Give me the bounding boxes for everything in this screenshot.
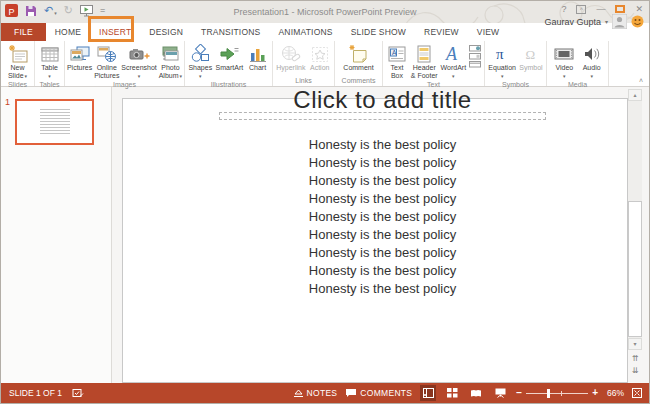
slideshow-view-button[interactable] <box>492 385 508 401</box>
shapes-button[interactable]: Shapes <box>188 43 212 80</box>
text-extra-buttons <box>469 43 481 68</box>
account-area[interactable]: Gaurav Gupta ▾ <box>544 14 644 29</box>
zoom-level[interactable]: 66% <box>606 388 624 398</box>
tab-review[interactable]: REVIEW <box>415 23 468 41</box>
slide-canvas[interactable]: Click to add title Honesty is the best p… <box>122 98 628 383</box>
slide-sorter-view-button[interactable] <box>444 385 460 401</box>
tab-file[interactable]: FILE <box>1 23 46 41</box>
online-pictures-icon <box>96 44 118 64</box>
scrollbar-thumb[interactable] <box>628 201 642 337</box>
hyperlink-icon <box>280 44 302 64</box>
comments-toggle[interactable]: COMMENTS <box>345 388 412 398</box>
table-icon <box>39 44 61 64</box>
previous-slide-button[interactable]: ⇈ <box>628 353 642 364</box>
header-footer-icon <box>413 44 435 64</box>
symbol-button[interactable]: Ω Symbol <box>519 43 542 72</box>
scroll-up-button[interactable]: ▴ <box>628 89 642 101</box>
pictures-button[interactable]: Pictures <box>67 43 92 72</box>
account-name: Gaurav Gupta <box>544 17 601 27</box>
tab-animations[interactable]: ANIMATIONS <box>269 23 341 41</box>
header-footer-button[interactable]: Header & Footer <box>411 43 438 80</box>
tab-slide-show[interactable]: SLIDE SHOW <box>342 23 415 41</box>
title-placeholder-box[interactable] <box>219 112 546 120</box>
svg-text:A: A <box>445 44 458 64</box>
notes-icon <box>293 389 304 398</box>
text-box-button[interactable]: A Text Box <box>386 43 408 80</box>
dropdown-arrow-icon <box>48 72 51 80</box>
tab-design[interactable]: DESIGN <box>140 23 192 41</box>
save-icon[interactable] <box>25 5 37 17</box>
chevron-down-icon: ▾ <box>54 10 57 16</box>
start-slideshow-icon[interactable] <box>80 5 93 17</box>
avatar <box>612 14 627 29</box>
reading-view-button[interactable] <box>468 385 484 401</box>
undo-button[interactable]: ↶▾ <box>44 5 57 16</box>
date-time-icon[interactable] <box>469 45 481 52</box>
slide-body-line: Honesty is the best policy <box>219 190 546 208</box>
online-pictures-button[interactable]: Online Pictures <box>94 43 119 80</box>
video-button[interactable]: Video <box>553 43 575 80</box>
tab-view[interactable]: VIEW <box>468 23 509 41</box>
wordart-button[interactable]: A WordArt <box>441 43 467 80</box>
wordart-icon: A <box>443 44 463 64</box>
equation-button[interactable]: π Equation <box>488 43 516 80</box>
smiley-icon[interactable] <box>631 15 644 28</box>
shapes-icon <box>189 44 211 64</box>
vertical-scrollbar: ▴ ▾ ⇈ ⇊ <box>628 89 642 377</box>
group-label-comments: Comments <box>335 76 382 86</box>
photo-album-icon <box>159 44 181 64</box>
redo-icon[interactable]: ↻ <box>64 5 73 16</box>
audio-button[interactable]: Audio <box>582 43 602 80</box>
collapse-ribbon-button[interactable]: ˄ <box>609 41 649 86</box>
zoom-slider-thumb[interactable] <box>547 389 550 398</box>
action-button[interactable]: Action <box>309 43 331 72</box>
tab-transitions[interactable]: TRANSITIONS <box>192 23 269 41</box>
action-icon <box>309 44 331 64</box>
zoom-slider-tick <box>561 391 562 396</box>
screenshot-icon <box>127 44 151 64</box>
zoom-slider-track <box>526 393 588 394</box>
scroll-down-button[interactable]: ▾ <box>628 338 642 350</box>
spell-check-icon[interactable] <box>72 388 84 399</box>
hyperlink-button[interactable]: Hyperlink <box>276 43 305 72</box>
group-label-symbols: Symbols <box>485 80 546 89</box>
object-icon[interactable] <box>469 61 481 68</box>
table-button[interactable]: Table <box>39 43 61 80</box>
zoom-in-icon[interactable]: + <box>592 388 598 398</box>
smartart-button[interactable]: SmartArt <box>216 43 244 72</box>
slide-body-line: Honesty is the best policy <box>219 280 546 298</box>
zoom-slider[interactable] <box>526 389 588 398</box>
comment-button[interactable]: Comment <box>343 43 373 72</box>
tab-insert[interactable]: INSERT <box>90 23 140 41</box>
ribbon-group-slides: New Slide Slides <box>1 41 35 86</box>
chart-button[interactable]: Chart <box>247 43 269 72</box>
help-icon[interactable]: ? <box>561 4 566 14</box>
minimize-icon[interactable]: — <box>596 4 605 14</box>
close-icon[interactable]: ✕ <box>635 4 643 14</box>
svg-text:Ω: Ω <box>525 47 535 62</box>
screenshot-button[interactable]: Screenshot <box>121 43 156 80</box>
ribbon-group-illustrations: Shapes SmartArt Chart Illustrations <box>185 41 273 86</box>
ribbon-group-links: Hyperlink Action Links <box>273 41 335 86</box>
fit-to-window-icon[interactable] <box>632 388 642 398</box>
new-slide-button[interactable]: New Slide <box>8 43 28 80</box>
dropdown-arrow-icon <box>180 72 183 80</box>
slide-body-lines[interactable]: Honesty is the best policyHonesty is the… <box>219 136 546 298</box>
photo-album-button[interactable]: Photo Album <box>159 43 182 80</box>
smartart-icon <box>218 44 240 64</box>
group-label-slides: Slides <box>1 80 34 89</box>
group-label-media: Media <box>547 80 608 89</box>
normal-view-button[interactable] <box>420 385 436 401</box>
slide-thumbnail[interactable] <box>15 99 94 145</box>
restore-icon[interactable] <box>615 5 625 13</box>
zoom-out-icon[interactable]: − <box>516 388 522 398</box>
ribbon-display-icon[interactable]: ˄ <box>576 5 586 14</box>
symbol-icon: Ω <box>522 44 540 64</box>
notes-toggle[interactable]: NOTES <box>293 388 338 398</box>
slide-number-icon[interactable] <box>469 53 481 60</box>
next-slide-button[interactable]: ⇊ <box>628 365 642 376</box>
chart-icon <box>247 44 269 64</box>
customize-qat-icon[interactable]: = <box>100 5 105 16</box>
title-placeholder-prompt[interactable]: Click to add title <box>219 86 546 114</box>
tab-home[interactable]: HOME <box>46 23 90 41</box>
